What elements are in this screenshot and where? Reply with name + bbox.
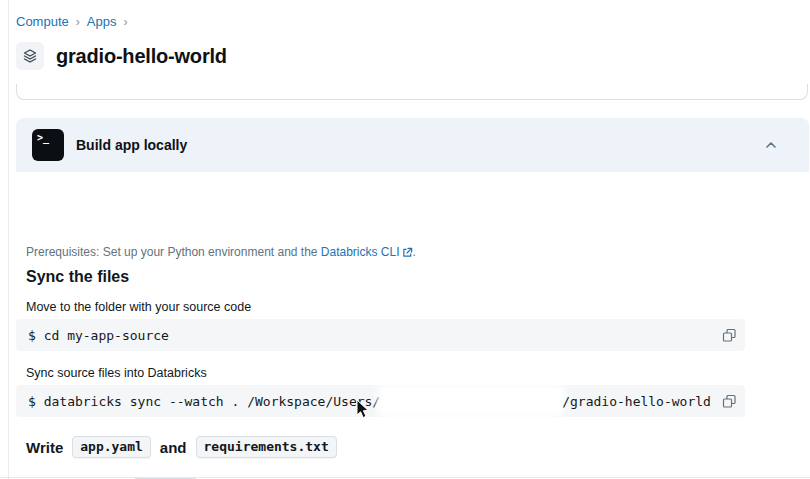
code-block-cd: $ cd my-app-source [16, 319, 745, 351]
app-stack-icon [16, 42, 44, 70]
breadcrumb-separator-icon: › [76, 15, 80, 29]
breadcrumb-apps-link[interactable]: Apps [87, 14, 117, 29]
title-row: gradio-hello-world [16, 42, 227, 70]
copy-button[interactable] [720, 392, 738, 410]
code-text: $ databricks sync --watch . /Workspace/U… [28, 394, 380, 409]
step1-label: Move to the folder with your source code [26, 300, 251, 314]
page-title: gradio-hello-world [56, 45, 227, 68]
copy-icon [722, 328, 737, 343]
code-text: /gradio-hello-world [562, 394, 711, 409]
page-left-border [8, 0, 9, 479]
redacted-username-blur [382, 389, 560, 413]
app-yaml-badge: app.yaml [72, 436, 151, 458]
build-app-locally-header[interactable]: >_ Build app locally [16, 118, 809, 172]
requirements-txt-badge: requirements.txt [196, 436, 337, 458]
step2-label: Sync source files into Databricks [26, 366, 207, 380]
terminal-icon: >_ [32, 129, 64, 161]
code-block-sync: $ databricks sync --watch . /Workspace/U… [16, 385, 745, 417]
collapsed-card-bottom-edge [16, 84, 808, 100]
external-link-icon [402, 247, 413, 258]
breadcrumb-separator-icon: › [123, 15, 127, 29]
copy-button[interactable] [720, 326, 738, 344]
section-title: Build app locally [76, 137, 187, 153]
page-bottom-border [0, 477, 810, 478]
prerequisites-text: Prerequisites: Set up your Python enviro… [26, 245, 416, 259]
copy-icon [722, 394, 737, 409]
sync-the-files-heading: Sync the files [26, 268, 129, 286]
code-text: $ cd my-app-source [28, 328, 169, 343]
breadcrumb-compute-link[interactable]: Compute [16, 14, 69, 29]
databricks-cli-link[interactable]: Databricks CLI [321, 245, 413, 259]
write-files-heading: Write app.yaml and requirements.txt [26, 436, 337, 458]
chevron-up-icon[interactable] [765, 139, 777, 151]
build-app-locally-card: >_ Build app locally Prerequisites: Set … [16, 118, 809, 172]
app-detail-page: Compute › Apps › gradio-hello-world >_ B… [0, 0, 810, 479]
breadcrumb: Compute › Apps › [16, 14, 127, 29]
